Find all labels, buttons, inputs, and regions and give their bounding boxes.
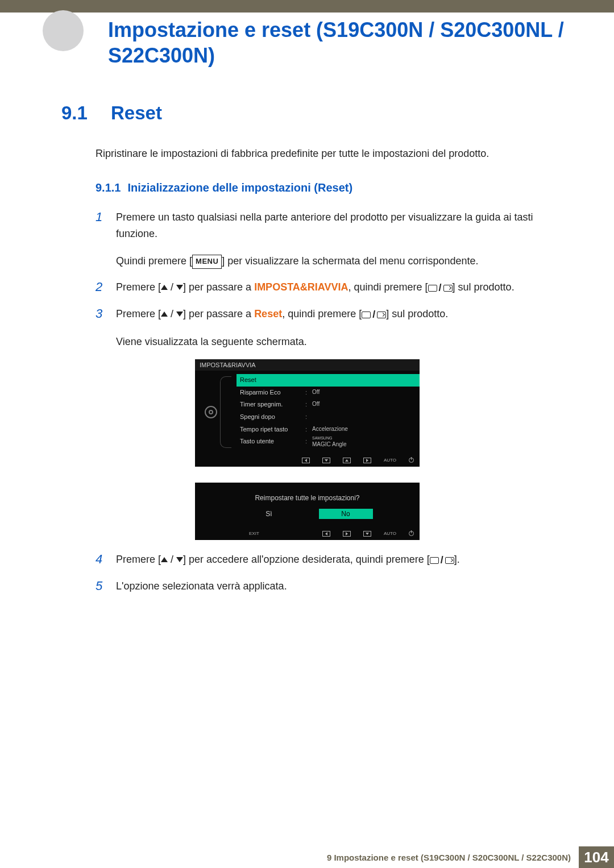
step-1: 1 Premere un tasto qualsiasi nella parte… [96, 209, 534, 270]
step-3: 3 Premere [ / ] per passare a Reset, qui… [96, 306, 534, 351]
osd-row-value: Accelerazione [312, 425, 414, 435]
t: ] per passare a [183, 308, 254, 319]
enter-icon: / [362, 306, 386, 323]
osd-row-value: Off [312, 400, 414, 410]
footer: 9 Impostazione e reset (S19C300N / S20C3… [0, 846, 614, 868]
confirm-question: Reimpostare tutte le impostazioni? [195, 483, 420, 509]
top-bar [0, 0, 614, 13]
t: / [168, 554, 176, 565]
triangle-down-icon [176, 557, 183, 562]
step-text: Premere un tasto qualsiasi nella parte a… [116, 211, 533, 240]
osd-row: Reset [237, 374, 420, 387]
osd-row: Risparmio Eco:Off [237, 387, 420, 399]
confirm-yes: Sì [242, 509, 296, 519]
osd-sidebar [195, 371, 226, 454]
confirm-options: Sì No [195, 509, 420, 527]
nav-down-icon [322, 458, 330, 463]
t: / [168, 281, 176, 293]
confirm-no: No [319, 509, 373, 519]
t: ] sul prodotto. [453, 281, 515, 293]
t: Premere [ [116, 308, 161, 319]
t: , quindi premere [ [348, 281, 428, 293]
menu-button-label: MENU [192, 255, 222, 268]
t: Premere [ [116, 281, 161, 293]
step-body: Premere [ / ] per accedere all'opzione d… [116, 551, 534, 569]
triangle-down-icon [176, 285, 183, 290]
osd-row-colon: : [305, 425, 312, 435]
osd-row-value: Off [312, 388, 414, 398]
auto-label: AUTO [384, 531, 396, 536]
subsection-number: 9.1.1 [96, 181, 121, 194]
osd-screenshots: IMPOSTA&RIAVVIA ResetRisparmio Eco:OffTi… [96, 359, 534, 540]
nav-right-icon [363, 458, 371, 463]
footer-chapter: 9 Impostazione e reset (S19C300N / S20C3… [327, 846, 579, 868]
nav-up-icon [343, 458, 351, 463]
t: / [168, 308, 176, 319]
step-text-extra: Quindi premere [MENU] per visualizzare l… [116, 253, 534, 270]
triangle-up-icon [161, 285, 168, 290]
nav-left-icon [302, 458, 310, 463]
triangle-up-icon [161, 312, 168, 317]
t: ] per passare a [183, 281, 254, 293]
t: ] sul prodotto. [386, 308, 448, 319]
section-number: 9.1 [61, 102, 93, 124]
osd-row-value: SAMSUNGMAGIC Angle [312, 437, 414, 449]
step-number: 1 [96, 209, 106, 270]
enter-icon: / [430, 552, 454, 569]
step-body: Premere un tasto qualsiasi nella parte a… [116, 209, 534, 270]
osd-nav-bar: EXIT AUTO [195, 527, 420, 540]
osd-row-value [312, 375, 414, 385]
triangle-up-icon [161, 557, 168, 562]
t: Quindi premere [ [116, 255, 192, 267]
t: ]. [454, 554, 460, 565]
step-5: 5 L'opzione selezionata verrà applicata. [96, 578, 534, 595]
osd-row: Tempo ripet tasto:Accelerazione [237, 423, 420, 436]
osd-row-key: Tasto utente [240, 437, 305, 449]
osd-row-colon: : [305, 412, 312, 422]
bracket-icon [220, 376, 231, 448]
enter-icon: / [428, 280, 453, 297]
subsection-title: Inizializzazione delle impostazioni (Res… [127, 181, 352, 194]
osd-confirm-dialog: Reimpostare tutte le impostazioni? Sì No… [195, 483, 420, 540]
nav-left-icon [322, 531, 330, 537]
t: ] per visualizzare la schermata del menu… [222, 255, 478, 267]
step-body: L'opzione selezionata verrà applicata. [116, 578, 534, 595]
osd-title: IMPOSTA&RIAVVIA [195, 359, 420, 371]
gear-icon [205, 406, 217, 418]
section-description: Ripristinare le impostazioni di fabbrica… [96, 146, 534, 162]
step-number: 4 [96, 551, 106, 569]
osd-row-colon [305, 375, 312, 385]
osd-row-colon: : [305, 437, 312, 449]
step-body: Premere [ / ] per passare a Reset, quind… [116, 306, 534, 351]
osd-row: Timer spegnim.:Off [237, 398, 420, 411]
highlight-target: Reset [254, 308, 282, 319]
osd-row-key: Risparmio Eco [240, 388, 305, 398]
osd-row-value [312, 412, 414, 422]
step-number: 5 [96, 578, 106, 595]
footer-page-number: 104 [579, 846, 614, 868]
exit-label: EXIT [249, 531, 259, 536]
step-number: 2 [96, 279, 106, 297]
steps-list: 1 Premere un tasto qualsiasi nella parte… [96, 209, 534, 350]
content-area: 9.1 Reset Ripristinare le impostazioni d… [61, 102, 534, 604]
power-icon [409, 531, 414, 536]
triangle-down-icon [176, 312, 183, 317]
chapter-badge [43, 10, 84, 51]
osd-row: Tasto utente:SAMSUNGMAGIC Angle [237, 435, 420, 450]
osd-list: ResetRisparmio Eco:OffTimer spegnim.:Off… [226, 371, 420, 454]
t: ] per accedere all'opzione desiderata, q… [183, 554, 430, 565]
osd-row-key: Spegni dopo [240, 412, 305, 422]
osd-row-colon: : [305, 388, 312, 398]
t: , quindi premere [ [282, 308, 362, 319]
highlight-target: IMPOSTA&RIAVVIA [254, 281, 348, 293]
t: Premere [ [116, 554, 161, 565]
section-header: 9.1 Reset [61, 102, 534, 124]
nav-enter-icon [363, 531, 371, 537]
osd-row-key: Tempo ripet tasto [240, 425, 305, 435]
step-4: 4 Premere [ / ] per accedere all'opzione… [96, 551, 534, 569]
osd-row: Spegni dopo: [237, 411, 420, 423]
step-body: Premere [ / ] per passare a IMPOSTA&RIAV… [116, 279, 534, 297]
step-2: 2 Premere [ / ] per passare a IMPOSTA&RI… [96, 279, 534, 297]
steps-list-continued: 4 Premere [ / ] per accedere all'opzione… [96, 551, 534, 595]
page-title: Impostazione e reset (S19C300N / S20C300… [108, 17, 580, 68]
